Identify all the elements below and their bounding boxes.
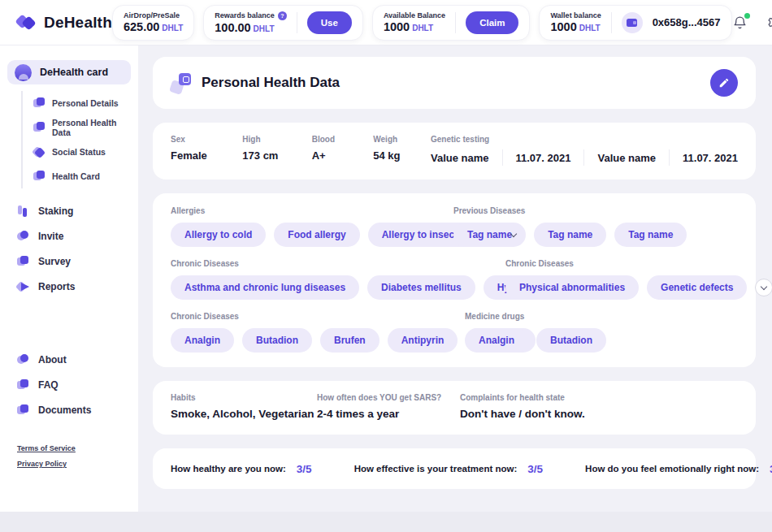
diseases-card: Allergies Allergy to cold Food allergy A… [153,193,756,367]
sidebar-item-survey[interactable]: Survey [7,250,131,273]
use-button[interactable]: Use [307,11,352,34]
sidebar-active-label: DeHealth card [40,67,108,78]
claim-button[interactable]: Claim [466,11,518,34]
genetic-date: 11.07. 2021 [683,152,738,164]
sidebar-item-personal-details[interactable]: Personal Details [33,93,131,114]
sidebar-item-health-card[interactable]: Health Card [33,166,131,187]
sidebar-item-about[interactable]: About [7,348,131,371]
main-content: Personal Health Data Sex Female High 173… [138,45,772,532]
sidebar-item-reports[interactable]: Reports [7,275,131,298]
wallet-label: Wallet balance [550,11,601,19]
tag: Butadion [242,328,312,353]
field-label: Blood [312,135,374,144]
notifications-bell-icon[interactable] [732,15,748,30]
sidebar-footer-links: Terms of Service Privacy Policy [17,444,131,468]
field-label: Sex [171,135,242,144]
personal-details-icon [33,97,45,109]
airdrop-currency: DHLT [162,24,183,32]
divider [502,149,503,166]
dehealth-logo[interactable]: DeHealth [16,13,112,32]
rewards-currency: DHLT [254,24,275,33]
expand-chronic-diseases-button[interactable] [755,279,772,296]
field-value: A+ [312,149,374,162]
subitem-label: Social Status [52,147,106,157]
tag: Asthma and chronic lung diseases [171,275,359,300]
field-value: Don't have / don't know. [460,408,585,420]
sidebar-item-staking[interactable]: Staking [7,200,131,223]
field-value: Female [171,149,242,162]
page-title-card: Personal Health Data [153,57,756,109]
score-emotional: How do you feel emotionally right now: 3… [585,463,772,475]
taglist: Allergy to cold Food allergy Allergy to … [171,223,453,247]
tag: Tag name [614,223,687,247]
field-label: Weigh [373,135,431,144]
score-label: How effective is your treatment now: [354,464,518,474]
pill-divider [297,12,297,33]
bottom-strip [0,512,772,532]
dehealth-logo-icon [16,13,37,32]
available-label: Available Balance [384,11,445,19]
sidebar-subnav: Personal Details Personal Health Data So… [21,91,131,188]
sidebar-item-personal-health-data[interactable]: Personal Health Data [33,117,131,138]
group-allergies: Allergies Allergy to cold Food allergy A… [171,206,453,247]
available-amount: 1000 [384,20,410,33]
available-currency: DHLT [412,24,433,32]
sidebar-item-dehealth-card[interactable]: DeHealth card [7,60,131,84]
airdrop-value: 625.00DHLT [124,20,183,33]
field-value: 173 cm [242,149,311,162]
sidebar-item-documents[interactable]: Documents [7,399,131,422]
group-chronic-diseases-3: Chronic Diseases Analgin Butadion Brufen… [171,312,465,353]
divider [669,149,670,166]
tag: Analgin [171,328,234,353]
habits-card: Habits Smoke, Alcohol, Vegetarian How of… [153,381,756,435]
info-icon[interactable]: ? [278,11,287,20]
field-sars-frequency: How often does YOU get SARS? 2-4 times a… [317,393,460,420]
balance-pills: AirDrop/PreSale 625.00DHLT Rewards balan… [112,5,732,41]
chevron-down-icon [761,283,767,289]
score-label: How do you feel emotionally right now: [585,464,759,474]
tag: Allergy to cold [171,223,266,247]
navitem-label: FAQ [38,379,59,391]
subitem-label: Personal Health Data [52,118,131,137]
score-treatment: How effective is your treatment now: 3/5 [354,463,543,475]
sidebar-item-social-status[interactable]: Social Status [33,141,131,162]
tag: Butadion [536,328,606,353]
group-chronic-diseases-2: Chronic Diseases Physical abnormalities … [505,259,772,300]
score-value: 3/5 [527,463,543,475]
rewards-balance-pill: Rewards balance? 100.00DHLT Use [203,5,363,41]
scores-card: How healthy are you now: 3/5 How effecti… [153,448,756,489]
wallet-value: 1000DHLT [550,20,601,33]
field-weigh: Weigh 54 kg [373,135,431,162]
rewards-amount: 100.00 [215,21,250,34]
field-label: Genetic testing [431,135,738,144]
logo-text: DeHealth [44,14,112,32]
tag: Antipyrin [388,328,458,353]
sidebar-secondary-nav: About FAQ Documents [7,348,131,422]
dehealth-card-icon [15,64,32,81]
group-chronic-diseases-1: Chronic Diseases Asthma and chronic lung… [171,259,505,300]
field-value: Smoke, Alcohol, Vegetarian [171,408,317,420]
tag-row-1: Allergies Allergy to cold Food allergy A… [171,206,738,247]
group-label: Chronic Diseases [171,259,505,268]
field-label: Complaints for health state [460,393,585,402]
tag: Tag name [534,223,606,247]
privacy-policy-link[interactable]: Privacy Policy [17,460,131,468]
tag: Physical abnormalities [505,275,639,300]
wallet-amount: 1000 [550,20,576,33]
wallet-address[interactable]: 0x658g...4567 [653,16,721,28]
group-medicine-drugs: Medicine drugs Analgin Butadion [465,312,606,353]
score-healthy: How healthy are you now: 3/5 [171,463,312,475]
edit-button[interactable] [710,69,738,97]
airdrop-presale-pill: AirDrop/PreSale 625.00DHLT [112,5,194,41]
field-label: How often does YOU get SARS? [317,393,460,402]
reports-icon [17,281,28,292]
terms-of-service-link[interactable]: Terms of Service [17,444,131,452]
airdrop-label: AirDrop/PreSale [124,11,183,19]
social-status-icon [33,146,45,158]
sidebar-item-faq[interactable]: FAQ [7,374,131,396]
rewards-label-text: Rewards balance [215,11,275,19]
page-title: Personal Health Data [202,75,340,91]
sidebar-item-invite[interactable]: Invite [7,225,131,248]
settings-gear-icon[interactable] [767,15,772,30]
field-high: High 173 cm [242,135,311,162]
